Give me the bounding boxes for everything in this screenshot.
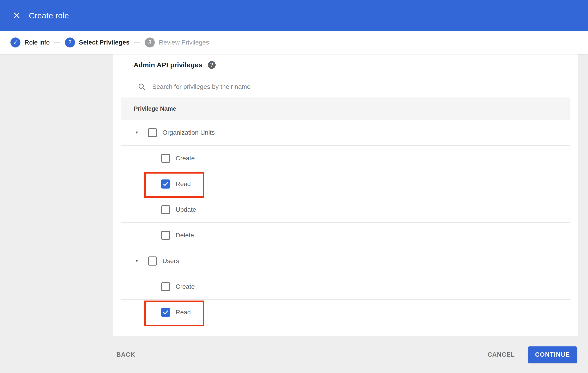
privilege-label: Organization Units [162,129,215,136]
back-button[interactable]: BACK [116,351,135,358]
continue-button[interactable]: CONTINUE [528,346,577,363]
privilege-rows: ▼ Organization Units Create Read [121,120,570,325]
step-number-badge: 2 [65,38,75,47]
cancel-button[interactable]: CANCEL [488,351,515,358]
privilege-checkbox[interactable] [161,282,170,291]
checkmark-icon [162,309,169,316]
app-bar: ✕ Create role [0,0,588,31]
expander-triangle-icon[interactable]: ▼ [134,130,139,135]
privilege-row: Update [121,197,570,223]
privilege-row: ▼ Users [121,248,570,274]
checkmark-icon [162,181,169,187]
search-icon [138,83,146,91]
step-label: Review Privileges [159,39,209,46]
privilege-row: Create [121,274,570,300]
privilege-row: Delete [121,223,570,248]
privilege-row: Read [121,300,570,325]
help-icon[interactable]: ? [208,61,216,69]
privilege-label: Create [176,283,195,290]
expander-triangle-icon[interactable]: ▼ [134,259,139,263]
privilege-row: Create [121,145,570,171]
privilege-checkbox[interactable] [161,308,170,317]
privileges-card: Admin API privileges ? Privilege Name ▼ … [113,54,578,336]
step-connector [134,42,140,43]
footer-actions: CANCEL CONTINUE [488,346,577,363]
privileges-panel: Admin API privileges ? Privilege Name ▼ … [121,54,570,336]
privilege-row: Read [121,171,570,197]
step-label: Role info [24,39,50,46]
dialog-title: Create role [29,11,69,20]
highlight-box [144,300,204,326]
step-select-privileges[interactable]: 2 Select Privileges [65,38,130,47]
privilege-checkbox[interactable] [161,231,170,240]
search-row [121,76,570,97]
step-label: Select Privileges [79,39,130,46]
privilege-checkbox[interactable] [161,205,170,214]
privilege-checkbox[interactable] [148,128,157,137]
search-input[interactable] [152,83,425,90]
panel-heading: Admin API privileges [134,61,202,69]
privilege-label: Create [176,155,195,162]
privilege-label: Read [176,180,191,188]
privilege-label: Delete [176,232,194,239]
panel-heading-row: Admin API privileges ? [121,54,570,76]
close-icon[interactable]: ✕ [10,9,23,22]
step-completed-check-icon: ✓ [10,38,21,47]
stepper: ✓ Role info 2 Select Privileges 3 Review… [0,31,588,54]
privilege-label: Users [162,257,179,265]
privilege-checkbox[interactable] [161,179,170,188]
privilege-label: Read [176,309,191,316]
privilege-checkbox[interactable] [148,257,157,266]
step-review-privileges[interactable]: 3 Review Privileges [145,38,209,47]
content-area: Admin API privileges ? Privilege Name ▼ … [0,54,588,336]
step-connector [54,42,60,43]
highlight-box [144,172,204,198]
step-number-badge: 3 [145,38,155,47]
step-role-info[interactable]: ✓ Role info [10,38,50,47]
privilege-label: Update [176,206,196,213]
privilege-row: ▼ Organization Units [121,120,570,145]
table-column-header: Privilege Name [121,97,570,120]
footer-bar: BACK CANCEL CONTINUE [0,336,588,373]
privilege-checkbox[interactable] [161,154,170,163]
